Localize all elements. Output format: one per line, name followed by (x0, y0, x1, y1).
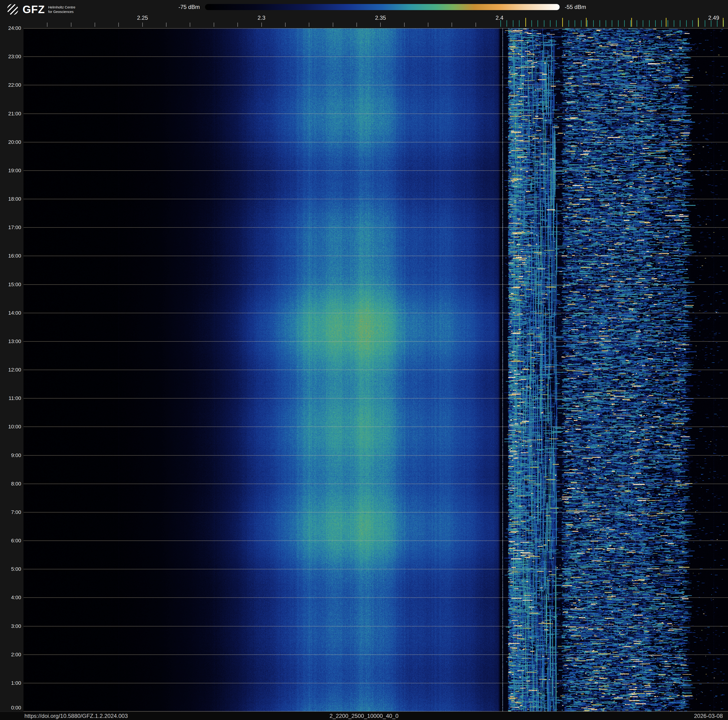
time-tick-label: 1:00 (11, 680, 21, 686)
time-tick-label: 7:00 (11, 509, 21, 515)
time-tick-label: 21:00 (8, 111, 21, 117)
time-tick-label: 16:00 (8, 253, 21, 259)
colorbar-gradient (205, 4, 560, 10)
time-tick-label: 19:00 (8, 167, 21, 174)
time-tick-label: 23:00 (8, 54, 21, 60)
logo-acronym: GFZ (23, 3, 45, 16)
time-tick-label: 8:00 (11, 481, 21, 487)
plot-area (23, 28, 728, 712)
time-tick-label: 12:00 (8, 367, 21, 373)
time-tick-label: 17:00 (8, 224, 21, 231)
logo-subtitle-line1: Helmholtz Centre (48, 5, 75, 9)
date: 2026-03-08 (694, 713, 723, 719)
doi-link[interactable]: https://doi.org/10.5880/GFZ.1.2.2024.003 (24, 713, 128, 719)
time-tick-label: 20:00 (8, 139, 21, 145)
time-tick-label: 6:00 (11, 538, 21, 544)
logo-subtitle: Helmholtz Centre for Geosciences (48, 5, 75, 14)
time-tick-label: 3:00 (11, 623, 21, 629)
logo-subtitle-line2: for Geosciences (48, 9, 75, 14)
gfz-logo: GFZ Helmholtz Centre for Geosciences (6, 3, 75, 16)
time-tick-label: 4:00 (11, 594, 21, 601)
colorbar-max-label: -55 dBm (565, 4, 586, 10)
colorbar-min-label: -75 dBm (179, 4, 200, 10)
time-tick-label: 18:00 (8, 196, 21, 202)
time-tick-label: 15:00 (8, 282, 21, 288)
time-tick-label: 9:00 (11, 452, 21, 458)
time-tick-label: 13:00 (8, 339, 21, 345)
time-tick-label: 11:00 (9, 395, 21, 401)
time-tick-label: 5:00 (11, 566, 21, 572)
header: GFZ Helmholtz Centre for Geosciences -75… (0, 0, 728, 28)
gfz-logo-icon (6, 3, 19, 16)
filename: 2_2200_2500_10000_40_0 (329, 713, 399, 719)
spectrogram-page: GFZ Helmholtz Centre for Geosciences -75… (0, 0, 728, 720)
time-tick-label: 22:00 (8, 82, 21, 88)
time-tick-label: 0:00 (11, 705, 21, 711)
time-tick-label: 2:00 (11, 652, 21, 658)
spectrogram-canvas (23, 28, 728, 712)
footer: https://doi.org/10.5880/GFZ.1.2.2024.003… (0, 712, 728, 720)
time-axis: 24:0023:0022:0021:0020:0019:0018:0017:00… (0, 0, 23, 720)
colorbar: -75 dBm -55 dBm (179, 2, 586, 12)
time-tick-label: 10:00 (8, 424, 21, 430)
time-tick-label: 14:00 (8, 310, 21, 316)
